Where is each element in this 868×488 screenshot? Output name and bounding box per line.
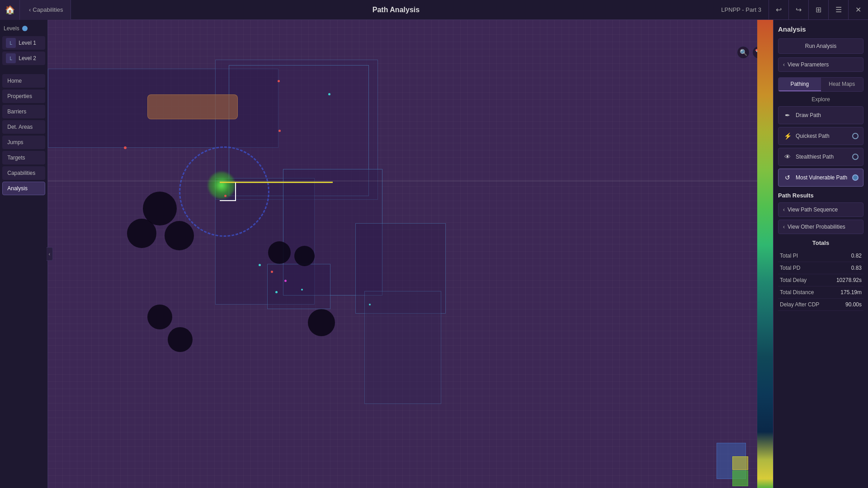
levels-indicator [22, 26, 28, 31]
view-other-probabilities-label: View Other Probabilities [788, 224, 845, 230]
level-2-icon: L [6, 53, 16, 63]
panel-title: Analysis [778, 25, 863, 33]
stealthiest-path-target [852, 154, 859, 160]
map-dot-red-3 [278, 130, 281, 132]
explore-label: Explore [778, 96, 863, 103]
nav-home[interactable]: Home [2, 74, 45, 88]
dark-circle-6 [308, 309, 335, 336]
view-parameters-button[interactable]: ‹ View Parameters [778, 57, 863, 72]
capabilities-back-button[interactable]: ‹ Capabilities [20, 0, 71, 20]
nav-det-areas[interactable]: Det. Areas [2, 120, 45, 134]
map-dot-cyan-5 [301, 289, 303, 291]
totals-label: Total PD [778, 262, 829, 274]
most-vulnerable-path-button[interactable]: ↺ Most Vulnerable Path [778, 169, 863, 187]
most-vulnerable-path-label: Most Vulnerable Path [796, 174, 847, 181]
home-button[interactable]: 🏠 [0, 0, 20, 20]
redo-button[interactable]: ↪ [788, 0, 808, 20]
nav-properties[interactable]: Properties [2, 89, 45, 103]
subtitle: LPNPP - Part 3 [721, 6, 761, 13]
undo-button[interactable]: ↩ [769, 0, 788, 20]
totals-value: 0.83 [829, 262, 863, 274]
map-object-building [147, 94, 238, 119]
level-1-item[interactable]: L Level 1 [2, 36, 45, 50]
quickest-path-button[interactable]: ⚡ Quickest Path [778, 127, 863, 145]
totals-value: 175.19m [829, 286, 863, 299]
totals-label: Total Distance [778, 286, 829, 299]
room-bottom-mid [267, 264, 330, 309]
stealthiest-path-icon: 👁 [783, 152, 792, 161]
nav-jumps[interactable]: Jumps [2, 136, 45, 149]
path-seq-chevron: ‹ [783, 206, 785, 213]
green-orb-marker [208, 172, 235, 199]
capabilities-label: Capabilities [33, 6, 63, 13]
level-1-label: Level 1 [19, 40, 36, 46]
room-far-right-lower [364, 291, 441, 404]
view-path-sequence-button[interactable]: ‹ View Path Sequence [778, 202, 863, 217]
page-title: Path Analysis [71, 6, 722, 14]
map-dot-cyan-2 [328, 93, 330, 95]
run-analysis-button[interactable]: Run Analysis [778, 38, 863, 54]
totals-value: 90.00s [829, 299, 863, 311]
color-bar [757, 20, 773, 488]
map-search-button[interactable]: 🔍 [737, 46, 750, 59]
window-controls: ↩ ↪ ⊞ ☰ ✕ [769, 0, 868, 20]
draw-path-button[interactable]: ✒ Draw Path [778, 106, 863, 124]
nav-capabilities[interactable]: Capabilities [2, 166, 45, 180]
path-results-title: Path Results [778, 192, 863, 199]
nav-barriers[interactable]: Barriers [2, 105, 45, 118]
other-prob-chevron: ‹ [783, 224, 785, 230]
most-vulnerable-path-target [852, 174, 859, 181]
map-dot-cyan-4 [369, 304, 371, 305]
stealthiest-path-label: Stealthiest Path [796, 154, 834, 160]
draw-path-icon: ✒ [783, 111, 792, 120]
tab-heat-maps[interactable]: Heat Maps [821, 78, 863, 91]
stealthiest-path-button[interactable]: 👁 Stealthiest Path [778, 148, 863, 166]
totals-label: Total PI [778, 250, 829, 262]
dark-circle-7 [268, 241, 291, 264]
totals-title: Totals [778, 239, 863, 246]
home-icon: 🏠 [5, 5, 15, 15]
right-panel: Analysis Run Analysis ‹ View Parameters … [773, 20, 868, 488]
crosshair-horizontal [48, 181, 773, 181]
back-icon: ‹ [29, 6, 31, 13]
level-1-icon: L [6, 38, 16, 48]
map-dot-cyan-3 [275, 291, 278, 293]
totals-value: 0.82 [829, 250, 863, 262]
most-vulnerable-path-icon: ↺ [783, 173, 792, 182]
totals-row: Delay After CDP 90.00s [778, 299, 863, 311]
nav-targets[interactable]: Targets [2, 151, 45, 164]
totals-label: Total Delay [778, 274, 829, 286]
nav-analysis[interactable]: Analysis [2, 182, 45, 195]
tab-pathing[interactable]: Pathing [778, 78, 821, 91]
quickest-path-target [852, 133, 859, 139]
save-button[interactable]: ⊞ [808, 0, 828, 20]
totals-value: 10278.92s [829, 274, 863, 286]
menu-button[interactable]: ☰ [828, 0, 848, 20]
map-dot-magenta-1 [284, 280, 287, 282]
totals-table: Total PI 0.82 Total PD 0.83 Total Delay … [778, 250, 863, 311]
dark-circle-4 [147, 305, 172, 329]
level-2-item[interactable]: L Level 2 [2, 52, 45, 65]
dark-circle-3 [165, 221, 194, 250]
map-dot-red-4 [224, 195, 226, 197]
dark-circle-5 [168, 327, 193, 352]
quickest-path-icon: ⚡ [783, 131, 792, 141]
green-rect-2 [732, 456, 748, 470]
dark-circle-2 [127, 219, 156, 248]
map-dot-cyan-1 [259, 264, 261, 266]
draw-path-label: Draw Path [796, 112, 821, 118]
green-rect-1 [732, 470, 748, 486]
view-path-sequence-label: View Path Sequence [788, 206, 838, 213]
map-area[interactable]: 🔍 ✏️ [48, 20, 773, 488]
totals-row: Total Delay 10278.92s [778, 274, 863, 286]
levels-label: Levels [4, 25, 19, 32]
close-button[interactable]: ✕ [848, 0, 868, 20]
view-other-probabilities-button[interactable]: ‹ View Other Probabilities [778, 220, 863, 234]
analysis-tabs: Pathing Heat Maps [778, 77, 863, 92]
level-2-label: Level 2 [19, 55, 36, 61]
yellow-path-line [220, 182, 333, 183]
totals-label: Delay After CDP [778, 299, 829, 311]
view-parameters-label: View Parameters [788, 61, 829, 68]
totals-row: Total Distance 175.19m [778, 286, 863, 299]
sidebar-collapse-button[interactable]: ‹ [47, 247, 53, 261]
